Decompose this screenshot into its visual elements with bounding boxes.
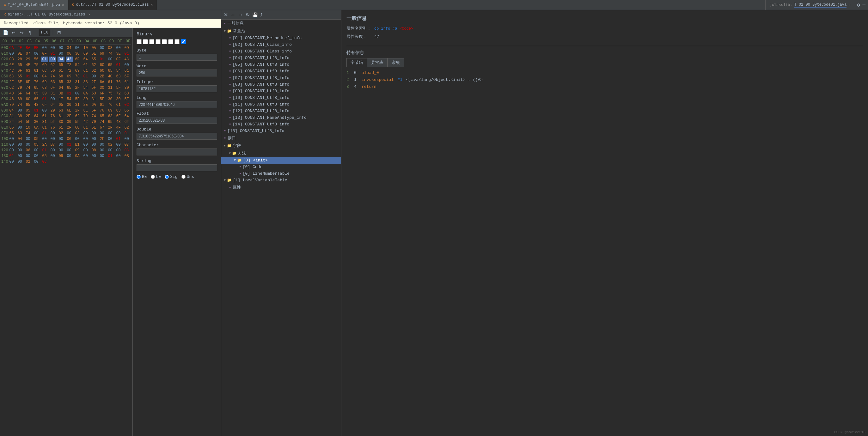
byte-0A0-8[interactable]: 31 xyxy=(74,102,81,108)
binary-double-input[interactable] xyxy=(136,133,217,140)
byte-030-14[interactable]: 00 xyxy=(123,62,130,68)
hex-row-020[interactable]: 02003282956010004436F646501000F4C6F xyxy=(1,57,131,62)
settings-icon[interactable]: ⚙ xyxy=(857,2,860,8)
byte-0A0-12[interactable]: 76 xyxy=(107,102,114,108)
le-radio[interactable] xyxy=(151,175,155,179)
uns-radio-label[interactable]: Uns xyxy=(181,174,194,179)
byte-010-0[interactable]: 00 xyxy=(8,51,15,57)
byte-0A0-14[interactable]: 0C xyxy=(123,102,130,108)
byte-070-13[interactable]: 5F xyxy=(115,85,122,91)
byte-140-5[interactable] xyxy=(49,159,56,165)
byte-060-4[interactable]: 69 xyxy=(41,79,48,85)
byte-080-7[interactable]: 01 xyxy=(66,91,73,96)
byte-0C0-9[interactable]: 79 xyxy=(82,113,89,119)
byte-0D0-4[interactable]: 31 xyxy=(41,119,48,125)
byte-010-13[interactable]: 3E xyxy=(115,51,122,57)
byte-130-12[interactable]: 01 xyxy=(107,153,114,159)
bined-tab[interactable]: C bined:/...T_01_00_ByteCode01.class ✕ xyxy=(1,10,94,19)
byte-080-14[interactable]: 63 xyxy=(123,91,130,96)
byte-070-11[interactable]: 30 xyxy=(99,85,105,91)
tree-sourcefile[interactable]: ▪ 属性 xyxy=(221,183,341,191)
byte-000-11[interactable]: 00 xyxy=(99,45,105,51)
byte-010-10[interactable]: 6E xyxy=(90,51,97,57)
byte-020-7[interactable]: 43 xyxy=(66,57,73,62)
byte-0D0-8[interactable]: 5F xyxy=(74,119,81,125)
tree-c10[interactable]: ▪[10] CONSTANT_Utf8_info xyxy=(221,95,341,101)
sig-radio[interactable] xyxy=(165,175,169,179)
byte-0D0-0[interactable]: 2F xyxy=(8,119,15,125)
binary-float-input[interactable] xyxy=(136,117,217,124)
byte-030-12[interactable]: 65 xyxy=(107,62,114,68)
byte-120-11[interactable]: 00 xyxy=(99,147,105,153)
byte-120-14[interactable]: 0C xyxy=(123,147,130,153)
byte-040-8[interactable]: 69 xyxy=(74,68,81,74)
byte-030-1[interactable]: 65 xyxy=(17,62,23,68)
byte-050-0[interactable]: 6C xyxy=(8,74,15,79)
byte-090-1[interactable]: 69 xyxy=(17,96,23,102)
byte-020-4[interactable]: 01 xyxy=(41,57,48,62)
byte-010-8[interactable]: 3C xyxy=(74,51,81,57)
byte-0D0-10[interactable]: 79 xyxy=(90,119,97,125)
byte-140-10[interactable] xyxy=(90,159,97,165)
byte-050-13[interactable]: 63 xyxy=(115,74,122,79)
le-radio-label[interactable]: LE xyxy=(151,174,161,179)
byte-0B0-12[interactable]: 69 xyxy=(107,108,114,113)
hex-row-120[interactable]: 12000000600010000000900080000000C00 xyxy=(1,147,131,153)
hex-row-100[interactable]: 10000040005000000060000002F00010001 xyxy=(1,136,131,142)
byte-110-8[interactable]: B1 xyxy=(74,142,81,147)
byte-050-1[interactable]: 65 xyxy=(17,74,23,79)
byte-120-13[interactable]: 00 xyxy=(115,147,122,153)
binary-cb-4[interactable] xyxy=(162,39,167,44)
byte-0F0-0[interactable]: 65 xyxy=(8,131,15,136)
byte-050-7[interactable]: 69 xyxy=(66,74,73,79)
byte-110-6[interactable]: 00 xyxy=(58,142,64,147)
byte-130-4[interactable]: 05 xyxy=(41,153,48,159)
byte-040-7[interactable]: 72 xyxy=(66,68,73,74)
byte-140-12[interactable] xyxy=(107,159,114,165)
byte-040-1[interactable]: 6F xyxy=(17,68,23,74)
byte-100-13[interactable]: 01 xyxy=(115,136,122,142)
byte-080-0[interactable]: 43 xyxy=(8,91,15,96)
byte-040-5[interactable]: 56 xyxy=(49,68,56,74)
tree-code-selected[interactable]: ▼ 📁 [0] <init> xyxy=(221,157,341,164)
byte-020-3[interactable]: 56 xyxy=(33,57,40,62)
byte-0D0-3[interactable]: 30 xyxy=(33,119,40,125)
binary-long-input[interactable] xyxy=(136,101,217,108)
hex-row-140[interactable]: 140000002000C xyxy=(1,159,131,165)
byte-0A0-4[interactable]: 6F xyxy=(41,102,48,108)
byte-130-0[interactable]: 01 xyxy=(8,153,15,159)
byte-0A0-6[interactable]: 65 xyxy=(58,102,64,108)
byte-060-6[interactable]: 65 xyxy=(58,79,64,85)
byte-0E0-3[interactable]: 6A xyxy=(33,125,40,131)
tree-fields[interactable]: ▪ 接口 xyxy=(221,134,341,142)
byte-0A0-7[interactable]: 30 xyxy=(66,102,73,108)
byte-130-9[interactable]: 00 xyxy=(82,153,89,159)
byte-080-9[interactable]: 0A xyxy=(82,91,89,96)
tab-class[interactable]: C out/.../T_01_00_ByteCode01.class ✕ xyxy=(68,0,157,10)
byte-0C0-1[interactable]: 38 xyxy=(17,113,23,119)
byte-130-14[interactable]: 0B xyxy=(123,153,130,159)
byte-0B0-8[interactable]: 2F xyxy=(74,108,81,113)
grid-btn[interactable]: ⊞ xyxy=(56,29,63,36)
byte-110-11[interactable]: 00 xyxy=(99,142,105,147)
byte-0D0-7[interactable]: 30 xyxy=(66,119,73,125)
byte-0E0-10[interactable]: 6E xyxy=(90,125,97,131)
byte-0F0-4[interactable]: 01 xyxy=(41,131,48,136)
tree-attrs[interactable]: ▼ 📁 [1] LocalVariableTable xyxy=(221,177,341,183)
byte-030-4[interactable]: 6D xyxy=(41,62,48,68)
byte-0C0-13[interactable]: 6F xyxy=(115,113,122,119)
byte-060-13[interactable]: 76 xyxy=(115,79,122,85)
byte-140-1[interactable]: 00 xyxy=(17,159,23,165)
tree-c09[interactable]: ▪[09] CONSTANT_Utf8_info xyxy=(221,88,341,95)
tree-c03[interactable]: ▪[03] CONSTANT_Class_info xyxy=(221,48,341,55)
byte-110-1[interactable]: 00 xyxy=(17,142,23,147)
byte-100-12[interactable]: 00 xyxy=(107,136,114,142)
byte-140-11[interactable] xyxy=(99,159,105,165)
byte-140-2[interactable]: 02 xyxy=(25,159,32,165)
byte-070-2[interactable]: 74 xyxy=(25,85,32,91)
byte-080-10[interactable]: 53 xyxy=(90,91,97,96)
byte-100-1[interactable]: 04 xyxy=(17,136,23,142)
byte-120-12[interactable]: 00 xyxy=(107,147,114,153)
hex-row-0E0[interactable]: 0E06500106A6176612F6C616E672F4F626A xyxy=(1,125,131,131)
byte-030-0[interactable]: 6E xyxy=(8,62,15,68)
